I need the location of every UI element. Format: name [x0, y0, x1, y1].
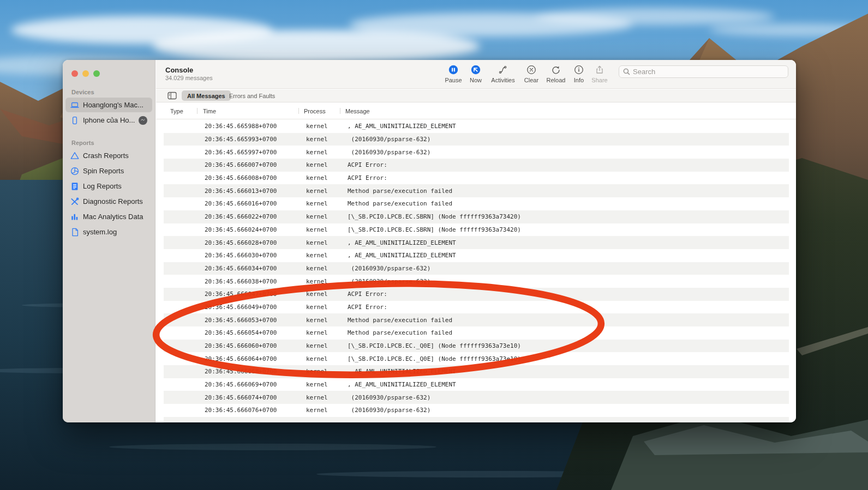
search-icon [623, 68, 630, 75]
main-area: Console 34.029 messages Pause Now Activi… [156, 60, 796, 422]
cell-message: Method parse/execution failed [340, 317, 789, 324]
cell-process: kernel [299, 213, 340, 220]
cell-process: kernel [299, 368, 340, 375]
cell-process: kernel [299, 187, 340, 195]
sidebar-item-label: Diagnostic Reports [83, 197, 143, 205]
cell-time: 20:36:45.666034+0700 [197, 265, 299, 272]
share-button[interactable]: Share [582, 64, 617, 83]
cell-time: 20:36:45.666069+0700 [197, 381, 299, 388]
cell-time: 20:36:45.666022+0700 [197, 213, 299, 220]
log-row[interactable]: 20:36:45.666007+0700 kernel ACPI Error: [164, 159, 789, 172]
log-row[interactable]: 20:36:45.666024+0700 kernel [\_SB.PCI0.L… [164, 223, 789, 237]
share-icon [595, 64, 604, 75]
reload-icon [551, 64, 561, 75]
cell-message: , AE_AML_UNINITIALIZED_ELEMENT [340, 368, 789, 375]
log-row[interactable]: 20:36:45.665993+0700 kernel (20160930/ps… [164, 133, 789, 146]
cell-message: (20160930/psparse-632) [340, 394, 789, 401]
cell-time: 20:36:45.666024+0700 [197, 226, 299, 233]
cell-time: 20:36:45.666028+0700 [197, 239, 299, 246]
log-row[interactable]: 20:36:45.666038+0700 kernel (20160930/ps… [164, 275, 789, 288]
cell-time: 20:36:45.666049+0700 [197, 304, 299, 311]
cell-process: kernel [299, 355, 340, 362]
cell-message: [\_SB.PCI0.LPCB.EC.SBRN] (Node ffffff936… [340, 213, 789, 220]
cell-time: 20:36:45.666016+0700 [197, 200, 299, 207]
sidebar-item-system-log[interactable]: system.log [65, 225, 152, 239]
log-row[interactable]: 20:36:45.665997+0700 kernel (20160930/ps… [164, 146, 789, 159]
sidebar-item-log-reports[interactable]: Log Reports [65, 179, 152, 193]
sidebar-item-spin-reports[interactable]: Spin Reports [65, 164, 152, 178]
log-row[interactable]: 20:36:45.666054+0700 kernel Method parse… [164, 326, 789, 340]
log-row[interactable]: 20:36:45.666016+0700 kernel Method parse… [164, 197, 789, 210]
cell-time: 20:36:45.666068+0700 [197, 368, 299, 375]
cell-message: [\_SB.PCI0.LPCB.EC._Q0E] (Node ffffff936… [340, 342, 789, 349]
sidebar-item-label: Hoanglong's Mac... [83, 101, 143, 109]
cell-message: Method parse/execution failed [340, 329, 789, 336]
cell-time: 20:36:45.666053+0700 [197, 317, 299, 324]
cell-message: ACPI Error: [340, 291, 789, 298]
tab-all-messages[interactable]: All Messages [182, 90, 231, 101]
search-input[interactable] [633, 68, 784, 76]
sidebar-item-label: system.log [83, 228, 117, 236]
log-row[interactable]: 20:36:45.666008+0700 kernel ACPI Error: [164, 172, 789, 185]
log-row[interactable]: 20:36:45.666022+0700 kernel [\_SB.PCI0.L… [164, 210, 789, 223]
sidebar-item-label: Crash Reports [83, 152, 129, 160]
sidebar-toggle-icon[interactable] [167, 92, 177, 102]
cell-message: [\_SB.PCI0.LPCB.EC.SBRN] (Node ffffff936… [340, 226, 789, 233]
log-row[interactable]: 20:36:45.666068+0700 kernel , AE_AML_UNI… [164, 365, 789, 378]
log-row[interactable]: 20:36:45.666074+0700 kernel (20160930/ps… [164, 391, 789, 404]
sidebar-item-mac-analytics-data[interactable]: Mac Analytics Data [65, 209, 152, 224]
cell-message: (20160930/psparse-632) [340, 136, 789, 143]
now-icon [471, 64, 481, 75]
log-row[interactable]: 20:36:45.666076+0700 kernel (20160930/ps… [164, 404, 789, 417]
cell-time: 20:36:45.666038+0700 [197, 278, 299, 285]
cell-time: 20:36:45.665997+0700 [197, 149, 299, 156]
log-document-icon [70, 182, 79, 191]
clear-icon [526, 64, 536, 75]
column-process[interactable]: Process [299, 103, 340, 119]
log-row[interactable]: 20:36:45.666060+0700 kernel [\_SB.PCI0.L… [164, 340, 789, 353]
bar-chart-icon [70, 213, 79, 221]
log-row[interactable] [164, 417, 789, 422]
cell-process: kernel [299, 200, 340, 207]
log-row[interactable]: 20:36:45.666064+0700 kernel [\_SB.PCI0.L… [164, 352, 789, 365]
log-row[interactable]: 20:36:45.666034+0700 kernel (20160930/ps… [164, 262, 789, 275]
cell-process: kernel [299, 265, 340, 272]
cell-message: ACPI Error: [340, 304, 789, 311]
sidebar: DevicesHoanglong's Mac...Iphone của Ho..… [63, 60, 155, 422]
log-row[interactable]: 20:36:45.666053+0700 kernel Method parse… [164, 313, 789, 326]
sync-bolt-icon [139, 116, 147, 125]
cell-time: 20:36:45.666064+0700 [197, 355, 299, 362]
log-row[interactable]: 20:36:45.666049+0700 kernel ACPI Error: [164, 301, 789, 314]
cell-message: (20160930/psparse-632) [340, 407, 789, 414]
log-row[interactable]: 20:36:45.666030+0700 kernel , AE_AML_UNI… [164, 249, 789, 262]
tab-errors-and-faults[interactable]: Errors and Faults [229, 90, 275, 101]
log-row[interactable]: 20:36:45.666028+0700 kernel , AE_AML_UNI… [164, 236, 789, 249]
sidebar-item-hoanglong-s-mac[interactable]: Hoanglong's Mac... [65, 98, 152, 112]
column-message[interactable]: Message [340, 103, 796, 119]
cell-message: , AE_AML_UNINITIALIZED_ELEMENT [340, 381, 789, 388]
cell-message: Method parse/execution failed [340, 187, 789, 195]
cell-process: kernel [299, 239, 340, 246]
console-window: DevicesHoanglong's Mac...Iphone của Ho..… [63, 60, 796, 422]
search-field[interactable] [619, 65, 788, 78]
cell-time: 20:36:45.666047+0700 [197, 291, 299, 298]
minimize-button[interactable] [82, 70, 89, 77]
cell-time: 20:36:45.666054+0700 [197, 329, 299, 336]
column-type[interactable]: Type [164, 103, 197, 119]
section-label-reports: Reports [71, 140, 155, 146]
cell-process: kernel [299, 342, 340, 349]
zoom-button[interactable] [93, 70, 100, 77]
column-time[interactable]: Time [197, 103, 299, 119]
log-row[interactable]: 20:36:45.665988+0700 kernel , AE_AML_UNI… [164, 120, 789, 133]
log-row[interactable]: 20:36:45.666047+0700 kernel ACPI Error: [164, 288, 789, 301]
sidebar-item-diagnostic-reports[interactable]: Diagnostic Reports [65, 194, 152, 209]
sidebar-item-iphone-c-a-ho[interactable]: Iphone của Ho... [65, 113, 152, 128]
log-row[interactable]: 20:36:45.666069+0700 kernel , AE_AML_UNI… [164, 378, 789, 391]
close-button[interactable] [71, 70, 78, 77]
log-row[interactable]: 20:36:45.666013+0700 kernel Method parse… [164, 184, 789, 197]
sidebar-item-label: Iphone của Ho... [83, 116, 135, 124]
cell-message: , AE_AML_UNINITIALIZED_ELEMENT [340, 239, 789, 246]
sidebar-item-crash-reports[interactable]: Crash Reports [65, 148, 152, 163]
cell-process: kernel [299, 381, 340, 388]
warning-triangle-icon [70, 152, 79, 160]
